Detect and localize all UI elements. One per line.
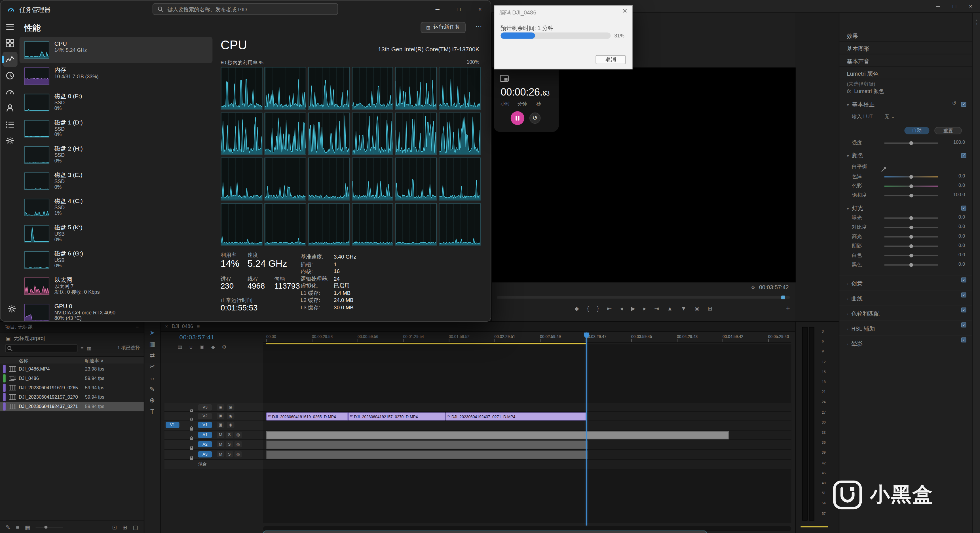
slider-handle[interactable]	[909, 244, 913, 248]
timeline-settings-icon[interactable]: ⚙	[222, 344, 227, 350]
timeline-horizontal-scrollbar[interactable]	[263, 526, 791, 531]
slider-track[interactable]	[885, 264, 938, 265]
more-options-icon[interactable]: ⋯	[476, 23, 482, 30]
sync-lock-icon[interactable]: ▣	[217, 404, 224, 410]
playhead[interactable]	[586, 333, 587, 526]
export-frame-icon[interactable]: ◉	[694, 305, 699, 312]
snap-icon[interactable]: ∪	[189, 344, 193, 350]
subsection-light[interactable]: ▾灯光✓	[839, 204, 972, 214]
track-output-eye-icon[interactable]: ◉	[227, 422, 234, 428]
section-4[interactable]: ›HSL 辅助✓	[839, 321, 972, 331]
slider-handle[interactable]	[909, 216, 913, 220]
sidebar-item-cpu[interactable]: CPU14% 5.24 GHz	[19, 37, 212, 63]
auto-button[interactable]: 自动	[904, 127, 929, 134]
rail-services-icon[interactable]	[3, 133, 18, 148]
slider-track[interactable]	[885, 195, 938, 196]
rail-performance-icon[interactable]	[3, 52, 18, 67]
track-badge-v1[interactable]: V1	[198, 422, 212, 428]
razor-tool[interactable]: ✂	[150, 363, 154, 370]
ripple-edit-tool[interactable]: ⇄	[150, 352, 154, 359]
slider-track[interactable]	[885, 245, 938, 247]
list-view-icon[interactable]: ≡	[81, 345, 83, 351]
project-search-box[interactable]	[5, 344, 78, 352]
list-view-icon[interactable]: ≡	[16, 524, 19, 530]
step-forward-icon[interactable]: ▸	[643, 305, 646, 312]
video-clip[interactable]: fxDJI_20230604191619_0265_D.MP4	[266, 412, 348, 420]
section-checkbox[interactable]: ✓	[961, 307, 966, 312]
track-badge-a2[interactable]: A2	[198, 441, 212, 447]
minimize-button[interactable]: ─	[930, 0, 946, 12]
panel-tab-3[interactable]: 基本声音	[839, 54, 972, 67]
track-badge-a3[interactable]: A3	[198, 451, 212, 457]
white-balance-row[interactable]: 白平衡	[839, 163, 972, 171]
reset-icon[interactable]: ↺	[952, 101, 956, 106]
automate-to-sequence-icon[interactable]: ⊡	[112, 524, 117, 530]
picture-in-picture-icon[interactable]	[500, 75, 509, 82]
slider-2[interactable]: 色彩0.0	[839, 183, 972, 191]
video-clip[interactable]: fxDJI_20230604192157_0270_D.MP4	[348, 412, 446, 420]
cancel-button[interactable]: 取消	[595, 55, 625, 64]
panel-tab-4[interactable]: Lumetri 颜色	[839, 67, 972, 80]
minimize-button[interactable]: ─	[427, 0, 448, 18]
slider-handle[interactable]	[909, 141, 913, 145]
record-mic-icon[interactable]: ◍	[234, 441, 242, 447]
section-checkbox[interactable]: ✓	[961, 102, 966, 107]
type-tool[interactable]: T	[150, 408, 154, 415]
section-basic-correction[interactable]: ▾基本校正↺✓	[839, 101, 972, 111]
track-badge-v3[interactable]: V3	[198, 404, 212, 410]
panel-tab-2[interactable]: 基本图形	[839, 42, 972, 54]
slider-track[interactable]	[885, 227, 938, 228]
scrollbar-thumb[interactable]	[263, 530, 706, 533]
light-slider-3[interactable]: 高光0.0	[839, 233, 972, 241]
section-checkbox[interactable]: ✓	[961, 293, 966, 298]
hand-tool[interactable]: ⊕	[150, 397, 154, 404]
rail-processes-icon[interactable]	[3, 36, 18, 51]
project-item-row[interactable]: DJI_20230604192437_027159.94 fps	[0, 402, 144, 411]
slider-track[interactable]	[885, 218, 938, 218]
rail-details-icon[interactable]	[3, 117, 18, 132]
step-back-icon[interactable]: ◂	[620, 305, 623, 312]
timeline-timecode[interactable]: 00:03:57:41	[180, 334, 215, 340]
section-2[interactable]: ›曲线✓	[839, 291, 972, 301]
pause-button[interactable]	[511, 111, 524, 125]
audio-clip-a2[interactable]	[266, 440, 587, 449]
selection-tool[interactable]: ➤	[150, 329, 154, 336]
new-item-icon[interactable]: ▢	[133, 524, 138, 530]
zoom-slider[interactable]	[36, 527, 63, 527]
solo-button[interactable]: S	[226, 451, 233, 457]
scrubber-playhead[interactable]	[781, 296, 785, 299]
sidebar-item-ethernet[interactable]: 以太网以太网 7发送: 0 接收: 0 Kbps	[19, 273, 212, 299]
close-button[interactable]: ×	[469, 0, 490, 18]
reset-button[interactable]: 重置	[934, 127, 962, 134]
close-panel-icon[interactable]: ×	[165, 324, 168, 329]
slider-3[interactable]: 饱和度100.0	[839, 192, 972, 200]
maximize-button[interactable]: □	[946, 0, 963, 12]
linked-selection-icon[interactable]: ▣	[200, 344, 204, 350]
button-editor-icon[interactable]: +	[786, 304, 790, 312]
section-3[interactable]: ›色轮和匹配✓	[839, 305, 972, 315]
add-marker-icon[interactable]: ◆	[211, 344, 215, 350]
add-marker-icon[interactable]: ◆	[574, 305, 579, 312]
source-patch-badge[interactable]: V1	[165, 422, 179, 428]
rail-startup-apps-icon[interactable]	[3, 84, 18, 100]
mute-button[interactable]: M	[217, 432, 224, 438]
column-name[interactable]: 名称	[19, 358, 28, 364]
sidebar-item-gpu-0[interactable]: GPU 0NVIDIA GeForce RTX 409080% (43 °C)	[19, 299, 212, 321]
project-item-row[interactable]: DJI_20230604192157_027059.94 fps	[0, 392, 144, 402]
sidebar-item-memory[interactable]: 内存10.4/31.7 GB (33%)	[19, 63, 212, 89]
project-item-row[interactable]: DJI_0486.MP423.98 fps	[0, 364, 144, 374]
search-input[interactable]	[168, 6, 333, 12]
play-icon[interactable]: ▶	[631, 305, 635, 312]
monitor-settings-icon[interactable]: ⚙	[751, 285, 756, 290]
video-clip[interactable]: fxDJI_20230604192437_0271_D.MP4	[446, 412, 586, 420]
project-tab[interactable]: 项目: 无标题	[5, 323, 33, 330]
go-to-out-icon[interactable]: ⇥	[654, 305, 659, 312]
rail-settings-icon[interactable]	[4, 301, 19, 316]
audio-clip-a1[interactable]	[266, 431, 729, 439]
section-checkbox[interactable]: ✓	[961, 278, 966, 283]
track-badge-v2[interactable]: V2	[198, 413, 212, 419]
comparison-view-icon[interactable]: ⊞	[708, 305, 712, 312]
sidebar-item-disk-2[interactable]: 磁盘 2 (H:)SSD0%	[19, 142, 212, 168]
slider-handle[interactable]	[909, 184, 913, 188]
sequence-menu-icon[interactable]: ▤	[178, 344, 182, 350]
